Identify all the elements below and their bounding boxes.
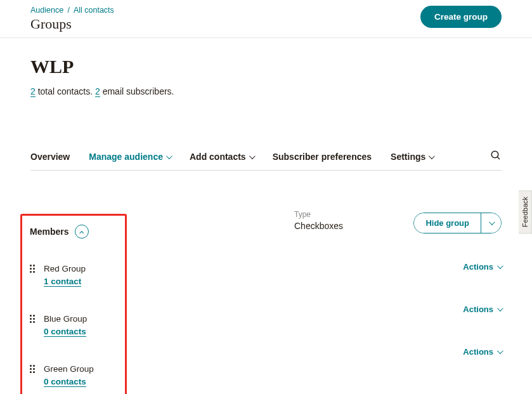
chevron-down-icon <box>489 219 495 225</box>
drag-handle-icon[interactable] <box>30 315 35 323</box>
chevron-down-icon <box>166 153 172 159</box>
tab-overview[interactable]: Overview <box>30 152 70 162</box>
actions-label: Actions <box>463 305 493 314</box>
tab-manage-label: Manage audience <box>89 152 163 162</box>
drag-handle-icon[interactable] <box>30 365 35 373</box>
search-icon[interactable] <box>490 150 502 164</box>
breadcrumb-leaf[interactable]: All contacts <box>74 6 114 15</box>
total-contacts-count[interactable]: 2 <box>30 86 36 97</box>
group-item: Blue Group 0 contacts <box>30 313 117 338</box>
type-label: Type <box>294 210 343 219</box>
chevron-down-icon <box>249 153 256 159</box>
tab-settings[interactable]: Settings <box>391 152 433 162</box>
actions-label: Actions <box>463 347 493 357</box>
svg-point-0 <box>491 151 498 158</box>
feedback-tab[interactable]: Feedback <box>519 190 532 233</box>
drag-handle-icon[interactable] <box>30 265 35 273</box>
group-contact-count[interactable]: 0 contacts <box>44 377 86 387</box>
group-contact-count[interactable]: 0 contacts <box>44 327 86 337</box>
group-actions-menu[interactable]: Actions <box>463 347 502 357</box>
email-subs-count[interactable]: 2 <box>95 86 100 97</box>
actions-label: Actions <box>463 262 493 272</box>
tab-settings-label: Settings <box>391 152 425 162</box>
audience-nav: Overview Manage audience Add contacts Su… <box>30 150 502 171</box>
group-item: Green Group 0 contacts <box>30 363 117 388</box>
tab-manage-audience[interactable]: Manage audience <box>89 152 171 162</box>
collapse-members-button[interactable] <box>75 225 89 239</box>
audience-name: WLP <box>30 56 502 77</box>
group-name: Green Group <box>44 363 94 376</box>
type-value: Checkboxes <box>294 221 343 231</box>
chevron-down-icon <box>497 348 503 354</box>
chevron-down-icon <box>497 263 503 269</box>
tab-subscriber-prefs[interactable]: Subscriber preferences <box>273 152 372 162</box>
audience-stats: 2 total contacts. 2 email subscribers. <box>30 86 502 96</box>
group-item: Red Group 1 contact <box>30 263 117 287</box>
header-divider <box>0 37 532 38</box>
members-highlight: Members Red Group 1 contact Blue Group <box>20 214 127 394</box>
chevron-down-icon <box>429 153 435 159</box>
group-name: Red Group <box>44 263 86 275</box>
group-actions-menu[interactable]: Actions <box>463 305 502 314</box>
total-contacts-label: total contacts. <box>36 86 95 96</box>
group-contact-count[interactable]: 1 contact <box>44 277 81 287</box>
create-group-button[interactable]: Create group <box>420 6 502 28</box>
hide-group-split-button: Hide group <box>413 213 502 233</box>
group-name: Blue Group <box>44 313 87 325</box>
chevron-up-icon <box>79 231 84 235</box>
chevron-down-icon <box>497 305 503 312</box>
svg-line-1 <box>497 157 500 159</box>
tab-add-contacts[interactable]: Add contacts <box>190 152 254 162</box>
tab-add-label: Add contacts <box>190 152 246 162</box>
breadcrumb-root[interactable]: Audience <box>30 6 63 15</box>
email-subs-label: email subscribers. <box>100 86 174 96</box>
hide-group-button[interactable]: Hide group <box>414 213 481 233</box>
group-actions-menu[interactable]: Actions <box>463 262 502 272</box>
page-title: Groups <box>30 16 114 32</box>
hide-group-dropdown[interactable] <box>481 213 501 233</box>
members-heading: Members <box>30 227 68 237</box>
breadcrumb: Audience / All contacts <box>30 6 114 15</box>
